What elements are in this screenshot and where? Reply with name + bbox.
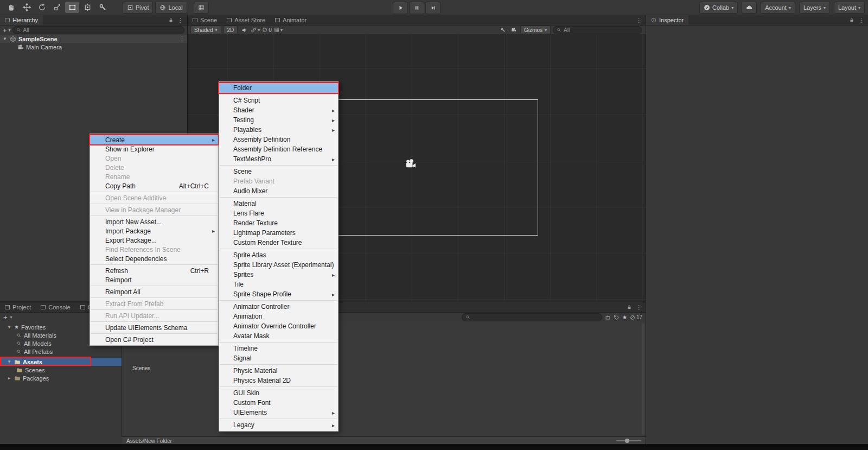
hidden-packages-toggle[interactable]: 17 bbox=[630, 314, 642, 320]
menu-item-lightmap-parameters[interactable]: Lightmap Parameters ▸ bbox=[219, 228, 338, 238]
grid-snap-button[interactable] bbox=[194, 2, 209, 14]
layers-dropdown[interactable]: Layers ▾ bbox=[799, 2, 830, 14]
menu-item-custom-font[interactable]: Custom Font ▸ bbox=[219, 398, 338, 408]
tab-animator[interactable]: Animator bbox=[270, 15, 311, 25]
rect-tool[interactable] bbox=[65, 2, 79, 13]
menu-item-create[interactable]: Create ▸ bbox=[90, 135, 218, 144]
menu-item-textmeshpro[interactable]: TextMeshPro ▸ bbox=[219, 154, 338, 164]
scene-camera-button[interactable] bbox=[509, 26, 518, 34]
project-search[interactable] bbox=[462, 313, 602, 321]
menu-item-audio-mixer[interactable]: Audio Mixer ▸ bbox=[219, 186, 338, 196]
pivot-toggle[interactable]: Pivot bbox=[123, 2, 153, 14]
cloud-button[interactable] bbox=[742, 2, 757, 14]
search-by-label-button[interactable] bbox=[614, 314, 620, 320]
menu-item-view-in-package-manager[interactable]: View in Package Manager ▸ bbox=[90, 205, 218, 214]
tree-item-assets[interactable]: ▼ Assets bbox=[0, 358, 122, 366]
collab-dropdown[interactable]: Collab ▾ bbox=[699, 2, 738, 14]
menu-item-physic-material[interactable]: Physic Material ▸ bbox=[219, 366, 338, 376]
scene-menu-icon[interactable]: ⋮ bbox=[179, 35, 185, 42]
hierarchy-search[interactable]: All bbox=[12, 26, 184, 34]
menu-item-uielements[interactable]: UIElements ▸ bbox=[219, 408, 338, 417]
tree-item-scenes[interactable]: Scenes bbox=[0, 366, 122, 374]
scene-tools-button[interactable] bbox=[499, 26, 507, 34]
menu-item-sprite-atlas[interactable]: Sprite Atlas ▸ bbox=[219, 250, 338, 260]
tab-project[interactable]: Project bbox=[0, 302, 36, 312]
collapse-triangle-icon[interactable]: ▸ bbox=[7, 376, 12, 381]
menu-item-gui-skin[interactable]: GUI Skin ▸ bbox=[219, 388, 338, 398]
menu-item-copy-path[interactable]: Copy Path Alt+Ctrl+C ▸ bbox=[90, 181, 218, 191]
step-button[interactable] bbox=[425, 2, 441, 14]
menu-item-update-uielements-schema[interactable]: Update UIElements Schema ▸ bbox=[90, 323, 218, 332]
account-dropdown[interactable]: Account ▾ bbox=[761, 2, 795, 14]
menu-item-playables[interactable]: Playables ▸ bbox=[219, 125, 338, 135]
menu-item-legacy[interactable]: Legacy ▸ bbox=[219, 420, 338, 430]
menu-item-animation[interactable]: Animation ▸ bbox=[219, 312, 338, 321]
pause-button[interactable] bbox=[409, 2, 424, 14]
gizmos-dropdown[interactable]: Gizmos ▾ bbox=[520, 26, 551, 34]
menu-item-signal[interactable]: Signal ▸ bbox=[219, 353, 338, 363]
menu-item-render-texture[interactable]: Render Texture ▸ bbox=[219, 218, 338, 228]
lock-icon[interactable] bbox=[849, 17, 854, 23]
menu-item-assembly-definition-reference[interactable]: Assembly Definition Reference ▸ bbox=[219, 144, 338, 154]
content-scrollbar[interactable] bbox=[642, 324, 644, 435]
lock-icon[interactable] bbox=[627, 305, 632, 310]
custom-tool[interactable] bbox=[95, 2, 110, 13]
tree-item-packages[interactable]: ▸ Packages bbox=[0, 374, 122, 382]
scale-tool[interactable] bbox=[50, 2, 64, 13]
menu-item-scene[interactable]: Scene ▸ bbox=[219, 167, 338, 176]
menu-item-show-in-explorer[interactable]: Show in Explorer ▸ bbox=[90, 144, 218, 154]
chevron-down-icon[interactable]: ▾ bbox=[9, 28, 11, 33]
lock-icon[interactable] bbox=[168, 17, 174, 23]
menu-item-delete[interactable]: Delete ▸ bbox=[90, 163, 218, 172]
menu-item-avatar-mask[interactable]: Avatar Mask ▸ bbox=[219, 331, 338, 341]
create-asset-button[interactable]: + bbox=[3, 315, 8, 320]
tab-scene[interactable]: Scene bbox=[188, 15, 222, 25]
menu-item-find-references-in-scene[interactable]: Find References In Scene ▸ bbox=[90, 245, 218, 254]
local-toggle[interactable]: Local bbox=[155, 2, 187, 14]
menu-item-material[interactable]: Material ▸ bbox=[219, 199, 338, 208]
menu-item-animator-controller[interactable]: Animator Controller ▸ bbox=[219, 302, 338, 312]
transform-tool[interactable] bbox=[80, 2, 94, 13]
menu-item-prefab-variant[interactable]: Prefab Variant ▸ bbox=[219, 176, 338, 186]
menu-item-lens-flare[interactable]: Lens Flare ▸ bbox=[219, 208, 338, 218]
collapse-triangle-icon[interactable]: ▼ bbox=[7, 325, 12, 329]
collapse-triangle-icon[interactable]: ▼ bbox=[7, 359, 12, 364]
menu-item-open-scene-additive[interactable]: Open Scene Additive ▸ bbox=[90, 193, 218, 202]
save-search-button[interactable]: ★ bbox=[622, 314, 627, 320]
menu-item-import-new-asset[interactable]: Import New Asset... ▸ bbox=[90, 217, 218, 226]
menu-item-select-dependencies[interactable]: Select Dependencies ▸ bbox=[90, 254, 218, 263]
menu-item-shader[interactable]: Shader ▸ bbox=[219, 105, 338, 115]
menu-item-sprite-shape-profile[interactable]: Sprite Shape Profile ▸ bbox=[219, 289, 338, 299]
menu-item-testing[interactable]: Testing ▸ bbox=[219, 115, 338, 125]
scene-audio-toggle[interactable] bbox=[240, 26, 248, 34]
add-object-button[interactable]: + bbox=[3, 28, 7, 33]
tab-inspector[interactable]: Inspector bbox=[646, 15, 688, 25]
menu-item-physics-material-2d[interactable]: Physics Material 2D ▸ bbox=[219, 376, 338, 385]
camera-gizmo-icon[interactable] bbox=[405, 158, 417, 170]
scene-visibility-toggle[interactable]: 0 bbox=[262, 26, 272, 34]
scene-effects-dropdown[interactable]: ▾ bbox=[251, 26, 260, 34]
menu-item-open[interactable]: Open ▸ bbox=[90, 154, 218, 163]
menu-item-open-c-project[interactable]: Open C# Project ▸ bbox=[90, 335, 218, 344]
search-by-type-button[interactable] bbox=[605, 314, 611, 320]
move-tool[interactable] bbox=[20, 2, 34, 13]
menu-item-import-package[interactable]: Import Package ▸ bbox=[90, 226, 218, 236]
tab-hierarchy[interactable]: Hierarchy bbox=[0, 15, 43, 25]
content-item-scenes-label[interactable]: Scenes bbox=[132, 365, 150, 371]
menu-item-reimport[interactable]: Reimport ▸ bbox=[90, 275, 218, 284]
menu-item-tile[interactable]: Tile ▸ bbox=[219, 280, 338, 289]
slider-knob[interactable] bbox=[625, 439, 629, 443]
scene-grid-dropdown[interactable]: ▾ bbox=[274, 26, 283, 34]
menu-item-animator-override-controller[interactable]: Animator Override Controller ▸ bbox=[219, 321, 338, 331]
menu-item-export-package[interactable]: Export Package... ▸ bbox=[90, 236, 218, 245]
menu-item-extract-from-prefab[interactable]: Extract From Prefab ▸ bbox=[90, 299, 218, 308]
tab-console[interactable]: Console bbox=[36, 302, 75, 312]
menu-item-custom-render-texture[interactable]: Custom Render Texture ▸ bbox=[219, 238, 338, 248]
menu-item-assembly-definition[interactable]: Assembly Definition ▸ bbox=[219, 135, 338, 144]
panel-menu-icon[interactable]: ⋮ bbox=[858, 17, 864, 24]
hierarchy-item-samplescene[interactable]: ▼ SampleScene ⋮ bbox=[0, 35, 187, 43]
rotate-tool[interactable] bbox=[35, 2, 49, 13]
collapse-triangle-icon[interactable]: ▼ bbox=[2, 36, 8, 41]
scene-search[interactable]: All bbox=[553, 26, 642, 34]
layout-dropdown[interactable]: Layout ▾ bbox=[834, 2, 865, 14]
